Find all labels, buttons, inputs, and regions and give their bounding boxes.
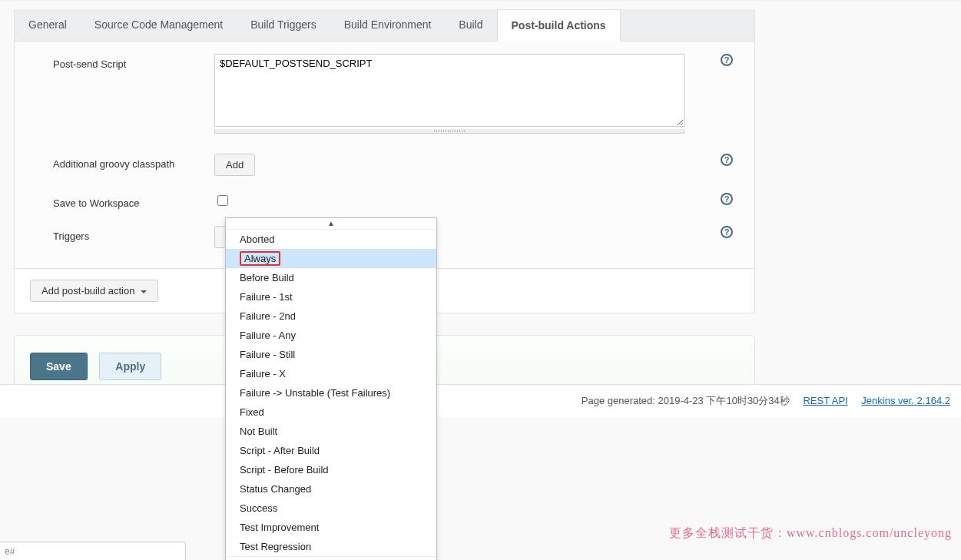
dropdown-item-failure-still[interactable]: Failure - Still xyxy=(226,345,436,364)
label-save-to-workspace: Save to Workspace xyxy=(53,193,214,209)
tab-build[interactable]: Build xyxy=(445,9,496,41)
dropdown-item-failure-x[interactable]: Failure - X xyxy=(226,364,436,383)
help-icon[interactable]: ? xyxy=(721,154,733,166)
dropdown-item-failure-2nd[interactable]: Failure - 2nd xyxy=(226,307,436,326)
dropdown-scroll-down[interactable]: ▼ xyxy=(226,556,436,560)
row-save-to-workspace: Save to Workspace ? xyxy=(53,188,739,214)
textarea-resize-grip[interactable] xyxy=(214,129,684,134)
bottom-search-input[interactable] xyxy=(0,542,186,560)
dropdown-item-status-changed[interactable]: Status Changed xyxy=(226,479,436,499)
page-footer: Page generated: 2019-4-23 下午10时30分34秒 RE… xyxy=(0,384,961,417)
dropdown-item-aborted[interactable]: Aborted xyxy=(226,230,436,249)
save-to-workspace-checkbox[interactable] xyxy=(217,195,228,206)
add-classpath-button[interactable]: Add xyxy=(214,154,255,176)
footer-rest-api-link[interactable]: REST API xyxy=(803,395,847,406)
footer-version-link[interactable]: Jenkins ver. 2.164.2 xyxy=(861,395,950,406)
watermark-text: 更多全栈测试干货：www.cnblogs.com/uncleyong xyxy=(669,525,952,542)
tab-build-environment[interactable]: Build Environment xyxy=(330,9,446,41)
dropdown-item-fixed[interactable]: Fixed xyxy=(226,403,436,422)
tab-post-build-actions[interactable]: Post-build Actions xyxy=(497,9,621,41)
trigger-dropdown: ▲ AbortedAlwaysBefore BuildFailure - 1st… xyxy=(225,217,437,560)
apply-button[interactable]: Apply xyxy=(99,353,161,380)
dropdown-item-always[interactable]: Always xyxy=(226,249,436,268)
dropdown-scroll-up[interactable]: ▲ xyxy=(226,218,436,230)
help-icon[interactable]: ? xyxy=(721,193,733,205)
footer-generated: Page generated: 2019-4-23 下午10时30分34秒 xyxy=(582,395,790,406)
dropdown-item-failure-1st[interactable]: Failure - 1st xyxy=(226,287,436,307)
save-button[interactable]: Save xyxy=(30,353,88,380)
config-tabs: General Source Code Management Build Tri… xyxy=(15,9,754,41)
dropdown-list: AbortedAlwaysBefore BuildFailure - 1stFa… xyxy=(226,230,436,556)
dropdown-item-before-build[interactable]: Before Build xyxy=(226,268,436,287)
tab-build-triggers[interactable]: Build Triggers xyxy=(237,9,330,41)
label-triggers: Triggers xyxy=(53,226,214,242)
row-groovy-classpath: Additional groovy classpath Add ? xyxy=(53,149,739,181)
help-icon[interactable]: ? xyxy=(721,226,733,238)
dropdown-item-failure-any[interactable]: Failure - Any xyxy=(226,326,436,345)
dropdown-item-test-regression[interactable]: Test Regression xyxy=(226,537,436,556)
label-groovy-classpath: Additional groovy classpath xyxy=(53,154,214,170)
dropdown-item-not-built[interactable]: Not Built xyxy=(226,422,436,441)
tab-general[interactable]: General xyxy=(15,9,81,41)
postsend-script-textarea[interactable] xyxy=(214,54,684,127)
dropdown-item-test-improvement[interactable]: Test Improvement xyxy=(226,518,436,537)
add-post-build-action-button[interactable]: Add post-build action xyxy=(30,280,158,302)
dropdown-item-success[interactable]: Success xyxy=(226,499,436,518)
tab-scm[interactable]: Source Code Management xyxy=(81,9,237,41)
row-postsend-script: Post-send Script ? xyxy=(53,49,739,138)
dropdown-item-script-before-build[interactable]: Script - Before Build xyxy=(226,460,436,479)
help-icon[interactable]: ? xyxy=(721,54,733,66)
dropdown-item-failure-unstable-test-failures[interactable]: Failure -> Unstable (Test Failures) xyxy=(226,383,436,403)
dropdown-item-script-after-build[interactable]: Script - After Build xyxy=(226,441,436,460)
label-postsend-script: Post-send Script xyxy=(53,54,214,70)
